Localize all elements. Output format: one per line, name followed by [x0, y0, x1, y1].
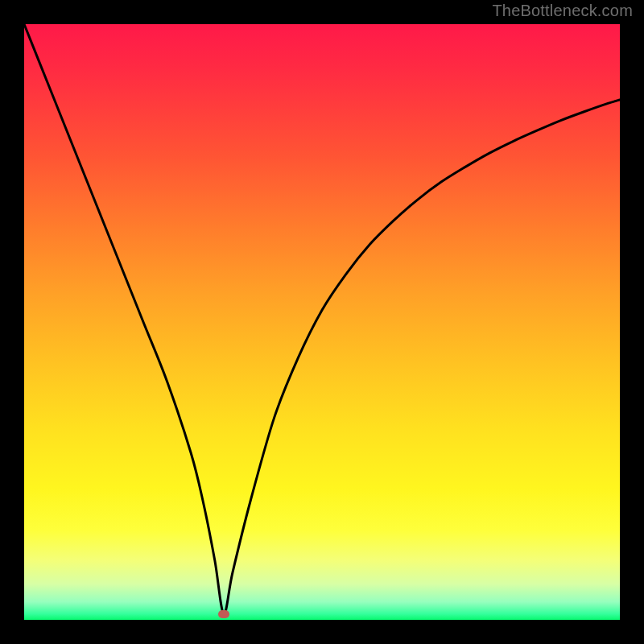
plot-area	[24, 24, 620, 620]
curve-layer	[24, 24, 620, 620]
watermark-text: TheBottleneck.com	[492, 2, 633, 20]
optimal-point-marker	[218, 610, 229, 618]
chart-container: TheBottleneck.com	[0, 0, 644, 644]
bottleneck-curve	[24, 24, 620, 614]
